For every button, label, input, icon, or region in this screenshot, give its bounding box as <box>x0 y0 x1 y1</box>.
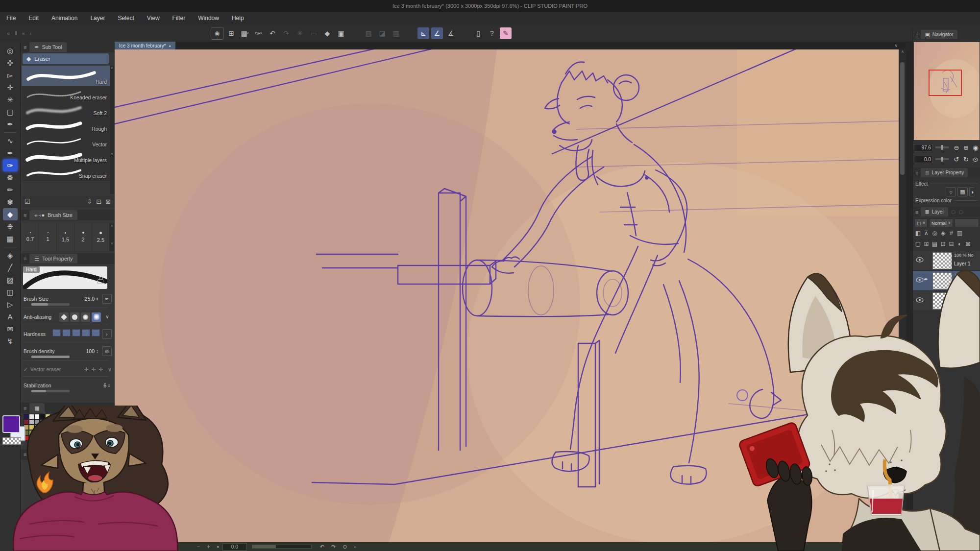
reference-layer-icon[interactable]: ◎ <box>931 229 939 237</box>
brush-size-option[interactable]: 1.5 <box>57 223 74 251</box>
ruler-icon[interactable]: ⊼ <box>922 229 931 237</box>
hardness-level-4[interactable] <box>82 329 90 336</box>
lock-layer-icon[interactable]: ◈ <box>939 229 947 237</box>
layer-mask-icon[interactable]: ◐ <box>956 240 964 248</box>
panel-menu-icon[interactable]: ≡ <box>24 212 26 218</box>
processing-icon[interactable]: ✳ ∨ <box>294 27 306 39</box>
material-pen-button[interactable]: ✎ ∨ <box>500 27 512 39</box>
panel-menu-icon[interactable]: ≡ <box>24 44 26 50</box>
snap-to-ruler-toggle[interactable]: ⊾ ∨ <box>417 27 429 39</box>
pen-tool[interactable]: ✒ <box>3 147 18 159</box>
frame-border-tool[interactable]: ▦ <box>3 233 18 245</box>
new-folder-icon[interactable]: ▤ <box>931 240 939 248</box>
thumbnail-size-dropdown[interactable]: ▢∨ <box>914 218 928 227</box>
zoom-in-button[interactable]: ⊕ <box>962 144 970 152</box>
lock-icon[interactable] <box>98 279 103 284</box>
panel-menu-icon[interactable]: ≡ <box>915 170 918 176</box>
navigator-view-rect[interactable] <box>929 70 962 96</box>
vector-eraser-check[interactable]: ✓ <box>24 366 28 372</box>
subtool-tab[interactable]: ✒ Sub Tool <box>29 42 67 52</box>
collapse-arrow-icon[interactable]: « <box>22 30 25 36</box>
blend-mode-dropdown[interactable]: Normal∨ <box>929 218 953 227</box>
companion-mode-button[interactable]: ▯ ∨ <box>472 27 484 39</box>
menu-item[interactable]: Layer <box>84 12 111 24</box>
layer-settings-icon[interactable]: ◌ <box>958 208 963 216</box>
decoration-tool[interactable]: ✾ <box>3 196 18 208</box>
stabilization-stepper[interactable]: ▲▼ <box>108 383 110 387</box>
operation-tool[interactable]: ▻ <box>3 69 18 81</box>
tab-list-chevron-icon[interactable]: ∨ <box>894 43 898 48</box>
hardness-level-5[interactable] <box>92 329 100 336</box>
opacity-slider[interactable] <box>955 218 979 227</box>
register-subtool-icon[interactable]: ⇩ <box>87 198 92 205</box>
fill-tool[interactable]: ◈ <box>3 249 18 262</box>
document-tab[interactable]: Ice 3 month february* ● <box>115 42 175 49</box>
border-effect-button[interactable]: ○ <box>946 187 956 196</box>
help-button[interactable]: ? ∨ <box>486 27 498 39</box>
rotation-slider[interactable] <box>252 545 312 549</box>
brush-density-stepper[interactable]: ▲▼ <box>96 349 98 353</box>
aa-middle-button[interactable] <box>81 312 90 322</box>
pen-pressure-button[interactable]: ✒ <box>102 294 112 304</box>
mask-icon[interactable]: ▥ <box>956 229 964 237</box>
selection-invert-button[interactable]: ◪ ∨ <box>376 27 388 39</box>
layer-visibility-eye-icon[interactable] <box>916 257 924 263</box>
reset-rotation-button[interactable]: ⊙ <box>972 155 980 164</box>
toolbar-collapse-arrows[interactable]: «‖«‹ <box>7 30 203 36</box>
menu-item[interactable]: Select <box>111 12 140 24</box>
new-canvas-button[interactable]: ⊞ ∨ <box>225 27 237 39</box>
merge-layer-icon[interactable]: ⊟ <box>947 240 956 248</box>
menu-item[interactable]: Animation <box>45 12 84 24</box>
subtool-item[interactable]: Multiple layers <box>22 149 110 165</box>
delete-subtool-icon[interactable]: ⊠ <box>105 198 111 205</box>
layer-tab[interactable]: ≣ Layer <box>921 207 948 216</box>
collapse-arrow-icon[interactable]: ‹ <box>30 30 32 36</box>
duplicate-subtool-icon[interactable]: ⊡ <box>96 198 101 205</box>
subtool-item[interactable]: Snap eraser <box>22 165 110 181</box>
rotate-ccw-button[interactable]: ↺ <box>953 155 960 164</box>
transfer-layer-icon[interactable]: ⊡ <box>939 240 947 248</box>
menu-item[interactable]: File <box>0 12 22 24</box>
clip-to-layer-icon[interactable]: ◧ <box>914 229 922 237</box>
fit-to-screen-icon[interactable]: ▪ <box>217 544 219 550</box>
subtool-group-eraser[interactable]: ◆ Eraser <box>23 53 109 64</box>
menu-item[interactable]: Help <box>225 12 250 24</box>
subtool-item[interactable]: Vector <box>22 134 110 149</box>
delete-layer-icon[interactable]: ⊠ <box>964 240 972 248</box>
dropdown-chevron-icon[interactable]: ∨ <box>246 31 249 35</box>
balloon-tool[interactable]: ✉ <box>3 323 18 335</box>
extra-effect-button[interactable]: ◑ <box>969 187 975 196</box>
brush-size-value[interactable]: 25.0 <box>85 296 95 302</box>
menu-item[interactable]: Window <box>192 12 225 24</box>
hardness-level-3[interactable] <box>72 329 80 336</box>
hardness-level-1[interactable] <box>52 329 61 336</box>
zoom-slider[interactable] <box>935 146 949 148</box>
brush-size-option[interactable]: 2.5 <box>92 223 110 251</box>
subtool-scrollbar[interactable]: ∧∨ <box>110 66 114 194</box>
search-layer-icon[interactable]: ◌ <box>951 208 956 216</box>
eyedropper-tool[interactable]: ✒ <box>3 118 18 130</box>
hardness-level-2[interactable] <box>62 329 71 336</box>
brush-size-scrollbar[interactable]: ∧∨ <box>110 223 114 251</box>
auto-select-tool[interactable]: ✳ <box>3 94 18 106</box>
zoom-out-button[interactable]: ⊖ <box>953 144 960 152</box>
aa-strong-button[interactable] <box>92 312 101 322</box>
brush-size-option[interactable]: 1 <box>39 223 57 251</box>
rotate-ccw-icon[interactable]: ↶ <box>320 544 324 550</box>
crop-button[interactable]: ▣ ∨ <box>335 27 347 39</box>
tool-property-tab[interactable]: ☰ Tool Property <box>29 254 77 264</box>
new-vector-layer-icon[interactable]: ⊞ <box>922 240 931 248</box>
subtool-item[interactable]: Kneaded eraser <box>22 87 110 102</box>
subtool-item[interactable]: Rough <box>22 118 110 134</box>
stabilization-slider[interactable] <box>31 390 70 392</box>
layer-name[interactable]: Layer 1 <box>954 261 970 266</box>
menu-item[interactable]: View <box>141 12 166 24</box>
layer-property-tab[interactable]: ≣ Layer Property <box>921 168 968 177</box>
selection-expand-button[interactable]: ▥ ∨ <box>390 27 402 39</box>
figure-line-tool[interactable]: ╱ <box>3 262 18 274</box>
brush-size-slider[interactable] <box>31 303 70 306</box>
brush-size-option[interactable]: 2 <box>74 223 92 251</box>
rotation-value[interactable]: 0.0 <box>914 156 933 163</box>
new-raster-layer-icon[interactable]: ▢ <box>914 240 922 248</box>
zoom-tool[interactable]: ◎ <box>3 45 18 57</box>
